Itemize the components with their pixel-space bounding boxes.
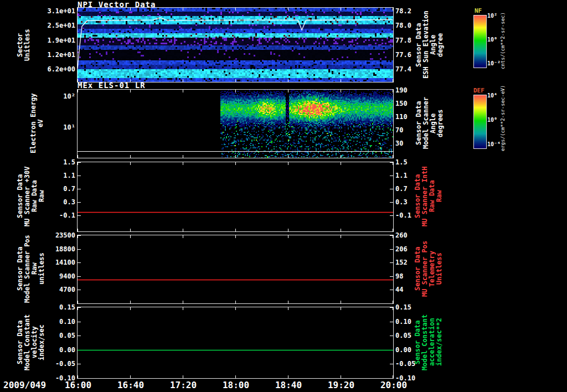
def-colorbar-title: DEF bbox=[473, 87, 484, 94]
date-label: 2009/049 bbox=[3, 380, 46, 390]
colorbar-tick-label: 10⁻⁴ bbox=[487, 142, 501, 147]
y-tick-label: 0.7 bbox=[395, 185, 408, 192]
els-spectrogram-canvas bbox=[77, 89, 394, 158]
panel5-left-axis-label: Sensor Data Model Constant velocity inde… bbox=[17, 307, 45, 378]
y-tick-label: -0.1 bbox=[59, 212, 75, 219]
y-tick-label: 110 bbox=[395, 114, 408, 120]
y-tick-label: 77.8 bbox=[395, 37, 411, 44]
time-tick-label: 16:40 bbox=[112, 380, 149, 390]
panel4-right-axis-label: Sensor Data MU Scanner Pos Telemetry Uni… bbox=[414, 235, 443, 303]
y-tick-label: 70 bbox=[395, 127, 403, 133]
y-tick-label: 150 bbox=[395, 100, 408, 107]
y-tick-label: 0.05 bbox=[59, 332, 75, 339]
axis-label-line: index/sec bbox=[38, 307, 45, 378]
y-tick-label: 0.15 bbox=[395, 304, 411, 311]
y-tick-label: -0.05 bbox=[395, 360, 415, 367]
y-tick-label: 44 bbox=[395, 286, 403, 293]
y-tick-label: 0.10 bbox=[395, 318, 411, 325]
time-tick-label: 18:00 bbox=[218, 380, 254, 390]
y-tick-label: 1.5 bbox=[395, 159, 408, 166]
y-tick-label: -0.05 bbox=[55, 360, 75, 367]
y-tick-label: 14100 bbox=[55, 259, 75, 266]
npi-spectrogram-canvas bbox=[77, 7, 394, 82]
y-tick-label: 0.3 bbox=[63, 199, 75, 205]
y-tick-label: 18800 bbox=[55, 246, 75, 252]
y-tick-label: 1.9e+01 bbox=[47, 37, 75, 44]
y-tick-label: 260 bbox=[395, 232, 408, 239]
y-tick-label: 0.05 bbox=[395, 332, 411, 339]
y-tick-label: 0.7 bbox=[63, 185, 75, 192]
panel1-left-axis-label: Sector Unitless bbox=[17, 8, 31, 82]
def-colorbar-unit: ergs/(cm**2-sr-sec-eV) bbox=[500, 91, 506, 151]
time-tick-label: 16:00 bbox=[60, 380, 96, 390]
time-tick-label: 19:20 bbox=[323, 380, 359, 390]
axis-label-line: Raw bbox=[38, 162, 45, 231]
y-tick-label: 0.00 bbox=[395, 347, 411, 353]
y-tick-label: 10¹ bbox=[63, 124, 75, 131]
panel4-left-axis-label: Sensor Data Model Scanner Pos Raw unitle… bbox=[17, 235, 45, 303]
y-tick-label: 6.2e+00 bbox=[47, 66, 75, 73]
time-tick-label: 18:40 bbox=[270, 380, 307, 390]
nf-colorbar-canvas bbox=[473, 15, 487, 68]
y-tick-label: 1.2e+01 bbox=[47, 51, 75, 58]
y-tick-label: 9400 bbox=[59, 273, 75, 280]
time-tick-label: 17:20 bbox=[165, 380, 202, 390]
axis-label-line: Raw bbox=[436, 162, 443, 231]
model-scanner-pos-plot-canvas bbox=[77, 235, 394, 304]
axis-label-line: ergs/(cm**2-sr-sec-eV) bbox=[500, 91, 506, 151]
y-tick-label: 206 bbox=[395, 246, 408, 252]
y-tick-label: 0.15 bbox=[59, 304, 75, 311]
y-tick-label: 0.10 bbox=[59, 318, 75, 325]
axis-label-line: degrees bbox=[437, 89, 444, 157]
axis-label-line: Unitless bbox=[436, 235, 443, 303]
panel1-right-axis-label: Sensor Data ESH Sun Elevation Angle degr… bbox=[415, 8, 444, 82]
y-tick-label: 1.5 bbox=[63, 159, 75, 166]
colorbar-tick-label: 10⁰ bbox=[487, 117, 497, 123]
y-tick-label: 0.3 bbox=[395, 199, 408, 205]
axis-label-line: eV bbox=[37, 89, 44, 157]
colorbar-tick-label: 10⁻² bbox=[487, 61, 501, 66]
axis-label-line: Unitless bbox=[24, 8, 31, 82]
colorbar-tick-label: 10² bbox=[487, 13, 497, 19]
y-tick-label: 3.1e+01 bbox=[47, 8, 75, 14]
y-tick-label: 98 bbox=[395, 273, 403, 280]
axis-label-line: index/sec**2 bbox=[436, 307, 443, 378]
colorbar-tick-label: 10⁴ bbox=[487, 93, 497, 99]
nf-colorbar-title: NF bbox=[475, 7, 482, 14]
y-tick-label: 78.2 bbox=[395, 8, 411, 14]
y-tick-label: 30 bbox=[395, 140, 403, 147]
y-tick-label: 0.00 bbox=[59, 347, 75, 353]
nf-colorbar-unit: cnts/(cm**2-sr-sec) bbox=[500, 11, 506, 71]
y-tick-label: 1.1 bbox=[63, 172, 75, 179]
y-tick-label: 77.6 bbox=[395, 51, 411, 58]
panel2-right-axis-label: Sensor Data Model Scanner Angle degrees bbox=[415, 89, 444, 157]
panel3-right-axis-label: Sensor Data MU Scanner IntH Raw Data Raw bbox=[414, 162, 443, 231]
y-tick-label: 152 bbox=[395, 259, 408, 266]
axis-label-line: degree bbox=[437, 8, 444, 82]
y-tick-label: 4700 bbox=[59, 286, 75, 293]
model-constant-velocity-plot-canvas bbox=[77, 307, 394, 379]
panel3-left-axis-label: Sensor Data MU Scanner +30V Raw Data Raw bbox=[17, 162, 45, 231]
y-tick-label: 2.5e+01 bbox=[47, 22, 75, 29]
y-tick-label: 1.1 bbox=[395, 172, 408, 179]
colorbar-tick-label: 10⁰ bbox=[487, 37, 497, 43]
panel2-left-axis-label: Electron Energy eV bbox=[30, 89, 44, 157]
y-tick-label: 190 bbox=[395, 87, 408, 94]
axis-label-line: cnts/(cm**2-sr-sec) bbox=[500, 11, 506, 71]
mu-scanner-raw-plot-canvas bbox=[77, 162, 394, 232]
panel5-right-axis-label: Sensor Data Model Constant acceleration … bbox=[414, 307, 443, 378]
def-colorbar-canvas bbox=[473, 95, 487, 149]
time-tick-label: 20:00 bbox=[375, 380, 412, 390]
y-tick-label: 78.0 bbox=[395, 22, 411, 29]
axis-label-line: unitless bbox=[38, 235, 45, 303]
y-tick-label: 23500 bbox=[55, 232, 75, 239]
plot-stack: NPI Vector Data MEx ELS-01 LR 3.1e+01 2.… bbox=[0, 0, 567, 392]
y-tick-label: 10² bbox=[63, 93, 75, 100]
y-tick-label: -0.1 bbox=[395, 212, 411, 219]
y-tick-label: 77.4 bbox=[395, 66, 411, 73]
